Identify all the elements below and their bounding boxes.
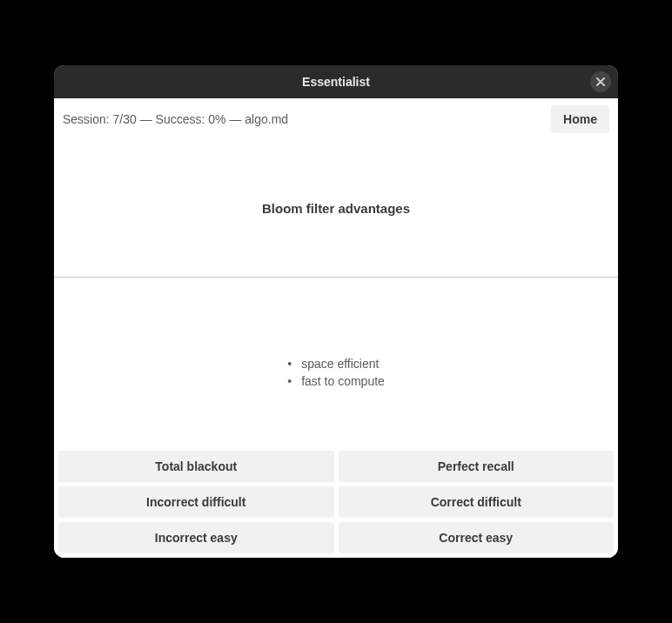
total-blackout-button[interactable]: Total blackout xyxy=(58,451,334,482)
question-title: Bloom filter advantages xyxy=(71,201,601,216)
titlebar: Essentialist xyxy=(54,65,618,98)
incorrect-easy-button[interactable]: Incorrect easy xyxy=(58,522,334,553)
session-status: Session: 7/30 — Success: 0% — algo.md xyxy=(63,112,288,126)
answer-list: space efficient fast to compute xyxy=(287,356,385,390)
correct-difficult-button[interactable]: Correct difficult xyxy=(339,486,615,518)
content-area: Session: 7/30 — Success: 0% — algo.md Ho… xyxy=(54,98,618,558)
incorrect-difficult-button[interactable]: Incorrect difficult xyxy=(58,486,334,518)
topbar: Session: 7/30 — Success: 0% — algo.md Ho… xyxy=(54,98,618,140)
home-button[interactable]: Home xyxy=(551,105,609,133)
app-title: Essentialist xyxy=(302,75,370,89)
question-area: Bloom filter advantages xyxy=(54,140,618,277)
correct-easy-button[interactable]: Correct easy xyxy=(339,522,615,553)
list-item: fast to compute xyxy=(287,373,385,391)
answer-area: space efficient fast to compute xyxy=(54,278,618,451)
perfect-recall-button[interactable]: Perfect recall xyxy=(339,451,615,482)
list-item: space efficient xyxy=(287,356,385,373)
close-icon xyxy=(595,77,606,87)
close-button[interactable] xyxy=(590,71,611,92)
app-window: Essentialist Session: 7/30 — Success: 0%… xyxy=(54,65,618,558)
rating-buttons: Total blackout Perfect recall Incorrect … xyxy=(54,451,618,558)
